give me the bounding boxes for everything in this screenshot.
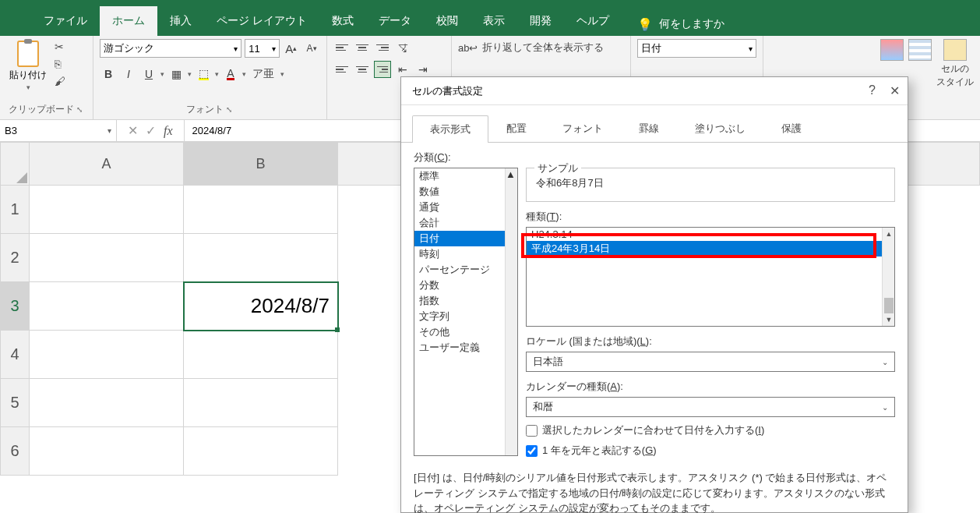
tab-developer[interactable]: 開発: [517, 6, 564, 36]
category-item[interactable]: 時刻: [414, 246, 517, 262]
underline-button[interactable]: U: [140, 65, 157, 83]
scroll-up-icon[interactable]: ▲: [506, 168, 517, 180]
calendar-select[interactable]: 和暦 ⌄: [526, 397, 895, 417]
cell-b1[interactable]: [184, 186, 338, 234]
italic-button[interactable]: I: [120, 65, 137, 83]
dialog-tab-protection[interactable]: 保護: [763, 115, 820, 142]
clipboard-launcher-icon[interactable]: ⤡: [76, 105, 84, 114]
cell-a4[interactable]: [30, 331, 184, 379]
font-size-select[interactable]: 11▾: [245, 39, 279, 58]
tab-view[interactable]: 表示: [471, 6, 517, 36]
tab-review[interactable]: 校閲: [424, 6, 471, 36]
copy-icon[interactable]: ⎘: [55, 58, 65, 70]
tab-file[interactable]: ファイル: [31, 6, 100, 36]
fx-icon[interactable]: fx: [164, 124, 173, 138]
cell-b6[interactable]: [184, 427, 338, 476]
category-item[interactable]: 文字列: [414, 309, 517, 324]
category-item[interactable]: ユーザー定義: [414, 340, 517, 356]
category-item[interactable]: 指数: [414, 293, 517, 309]
phonetic-icon[interactable]: ア亜: [249, 65, 277, 83]
col-header-a[interactable]: A: [30, 142, 184, 186]
cell-a1[interactable]: [30, 186, 184, 234]
row-header-3[interactable]: 3: [0, 282, 30, 331]
category-item[interactable]: パーセンテージ: [414, 262, 517, 278]
increase-indent-icon[interactable]: ⇥: [414, 61, 432, 78]
underline-dropdown-icon[interactable]: ▾: [160, 70, 164, 78]
align-middle-icon[interactable]: [354, 39, 371, 56]
tab-data[interactable]: データ: [366, 6, 424, 36]
dialog-tab-border[interactable]: 罫線: [621, 115, 677, 142]
increase-font-icon[interactable]: A▴: [283, 40, 300, 57]
row-header-4[interactable]: 4: [0, 331, 30, 379]
fill-color-icon[interactable]: ⬚: [195, 65, 212, 83]
conditional-format-button[interactable]: [880, 39, 904, 61]
row-header-5[interactable]: 5: [0, 379, 30, 427]
tab-help[interactable]: ヘルプ: [564, 6, 622, 36]
enter-icon[interactable]: ✓: [146, 123, 156, 138]
cell-styles-button[interactable]: セルの スタイル: [936, 39, 974, 89]
cell-b4[interactable]: [184, 331, 338, 379]
category-scrollbar[interactable]: ▲: [505, 168, 517, 455]
font-name-select[interactable]: 游ゴシック▾: [100, 39, 241, 58]
chk1-input[interactable]: [526, 425, 538, 437]
font-launcher-icon[interactable]: ⤡: [226, 105, 234, 114]
format-painter-icon[interactable]: 🖌: [55, 75, 65, 87]
scroll-up-icon[interactable]: ▲: [883, 228, 895, 240]
tab-home[interactable]: ホーム: [100, 6, 157, 36]
bold-button[interactable]: B: [100, 65, 117, 83]
align-right-icon[interactable]: [374, 61, 391, 78]
dialog-titlebar[interactable]: セルの書式設定 ? ✕: [401, 77, 908, 105]
locale-select[interactable]: 日本語 ⌄: [526, 352, 895, 372]
category-item[interactable]: 数値: [414, 184, 517, 200]
cell-a2[interactable]: [30, 234, 184, 282]
cut-icon[interactable]: ✂: [55, 41, 65, 53]
category-item[interactable]: 標準: [414, 168, 517, 184]
dialog-tab-number[interactable]: 表示形式: [412, 115, 488, 143]
align-bottom-icon[interactable]: [374, 39, 391, 56]
borders-dropdown-icon[interactable]: ▾: [188, 70, 192, 78]
gannen-checkbox[interactable]: 1 年を元年と表記する(G): [526, 444, 895, 458]
align-left-icon[interactable]: [333, 61, 351, 78]
scroll-down-icon[interactable]: ▼: [883, 313, 895, 326]
align-top-icon[interactable]: [333, 39, 351, 56]
tell-me[interactable]: 💡 何をしますか: [637, 6, 724, 36]
cell-a3[interactable]: [30, 282, 184, 331]
dialog-tab-fill[interactable]: 塗りつぶし: [677, 115, 763, 142]
category-item[interactable]: 通貨: [414, 200, 517, 215]
tab-formulas[interactable]: 数式: [319, 6, 366, 36]
decrease-font-icon[interactable]: A▾: [303, 40, 320, 57]
fill-color-dropdown-icon[interactable]: ▾: [215, 70, 219, 78]
align-center-icon[interactable]: [354, 61, 371, 78]
paste-button[interactable]: 貼り付け ▾: [6, 39, 50, 93]
category-item-selected[interactable]: 日付: [414, 231, 517, 246]
cell-b3[interactable]: 2024/8/7: [184, 282, 338, 331]
format-table-button[interactable]: [908, 39, 932, 61]
orientation-icon[interactable]: ⦪: [394, 39, 411, 56]
decrease-indent-icon[interactable]: ⇤: [394, 61, 411, 78]
category-item[interactable]: 分数: [414, 278, 517, 293]
cell-b5[interactable]: [184, 379, 338, 427]
row-header-6[interactable]: 6: [0, 427, 30, 476]
type-item-selected[interactable]: 平成24年3月14日: [527, 241, 894, 256]
category-item[interactable]: その他: [414, 324, 517, 340]
category-item[interactable]: 会計: [414, 215, 517, 231]
select-all-corner[interactable]: [0, 142, 30, 186]
phonetic-dropdown-icon[interactable]: ▾: [280, 70, 284, 78]
dialog-tab-alignment[interactable]: 配置: [488, 115, 545, 142]
wrap-text-button[interactable]: ab↩ 折り返して全体を表示する: [458, 41, 604, 55]
col-header-b[interactable]: B: [184, 142, 338, 186]
cell-a5[interactable]: [30, 379, 184, 427]
cell-b2[interactable]: [184, 234, 338, 282]
category-list[interactable]: 標準 数値 通貨 会計 日付 時刻 パーセンテージ 分数 指数 文字列 その他 …: [414, 168, 518, 456]
close-icon[interactable]: ✕: [890, 83, 900, 98]
help-icon[interactable]: ?: [869, 83, 876, 98]
row-header-2[interactable]: 2: [0, 234, 30, 282]
dialog-tab-font[interactable]: フォント: [545, 115, 621, 142]
name-box[interactable]: B3 ▾: [0, 120, 117, 141]
tab-pagelayout[interactable]: ページ レイアウト: [204, 6, 319, 36]
borders-icon[interactable]: ▦: [167, 65, 185, 83]
type-scrollbar[interactable]: ▲ ▼: [882, 228, 894, 326]
input-date-by-calendar-checkbox[interactable]: 選択したカレンダーに合わせて日付を入力する(I): [526, 423, 895, 437]
cancel-icon[interactable]: ✕: [128, 123, 138, 138]
type-list[interactable]: H24.3.14 平成24年3月14日 ▲ ▼: [526, 227, 895, 327]
